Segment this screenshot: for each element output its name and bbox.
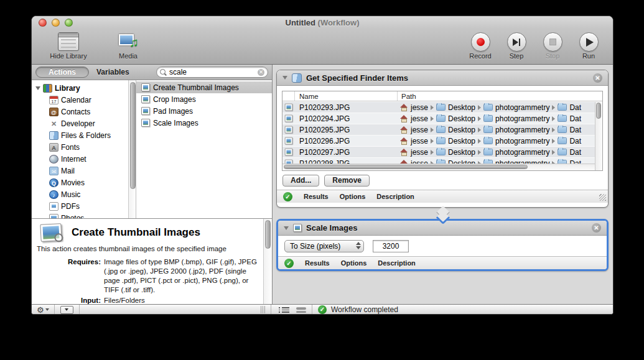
table-vscroll-thumb[interactable] xyxy=(596,103,601,119)
sidebar-category-item[interactable]: Music xyxy=(32,188,128,200)
sidebar-scrollbar[interactable] xyxy=(128,80,136,218)
run-button[interactable]: Run xyxy=(574,32,603,60)
action-list-item[interactable]: Create Thumbnail Images xyxy=(136,81,272,93)
sidebar-category-item[interactable]: Photos xyxy=(32,212,128,218)
finder-action-footer: Results Options Description xyxy=(277,190,608,203)
finder-action-header[interactable]: Get Specified Finder Items ✕ xyxy=(277,70,608,86)
table-row[interactable]: P1020294.JPG jesse Desktop xyxy=(282,113,595,124)
status-message: Workflow completed xyxy=(331,305,398,314)
path-segment-folder: Desktop xyxy=(448,126,475,134)
sidebar-category-item[interactable]: Fonts xyxy=(32,141,128,153)
file-path: jesse Desktop photogrammetry xyxy=(398,126,595,134)
category-label: Files & Folders xyxy=(61,131,111,140)
sidebar-category-item[interactable]: Mail xyxy=(32,165,128,177)
folder-icon xyxy=(436,126,446,133)
step-label: Step xyxy=(510,52,524,60)
sidebar-scrollbar-thumb[interactable] xyxy=(130,82,136,189)
dropdown-arrow-icon xyxy=(45,308,49,311)
home-icon xyxy=(400,137,408,145)
sidebar-category-item[interactable]: Files & Folders xyxy=(32,129,128,141)
zoom-window-button[interactable] xyxy=(65,19,73,27)
close-window-button[interactable] xyxy=(39,19,47,27)
resize-grip-icon[interactable] xyxy=(599,194,606,201)
description-title: Create Thumbnail Images xyxy=(72,226,200,239)
description-link[interactable]: Description xyxy=(378,259,416,267)
tab-actions[interactable]: Actions xyxy=(35,67,89,78)
step-button[interactable]: Step xyxy=(502,32,531,60)
sidebar-category-item[interactable]: PDFs xyxy=(32,200,128,212)
sidebar-category-item[interactable]: Internet xyxy=(32,153,128,165)
action-list-item[interactable]: Scale Images xyxy=(136,117,272,129)
panel-toggle-icon xyxy=(65,308,68,311)
table-row[interactable]: P1020296.JPG jesse Desktop xyxy=(282,136,595,147)
workflow-canvas: Get Specified Finder Items ✕ Name Path xyxy=(273,65,613,304)
statusbar-divider xyxy=(79,305,80,315)
log-compact-view-button[interactable] xyxy=(296,306,306,313)
record-button[interactable]: Record xyxy=(466,32,495,60)
image-action-icon xyxy=(141,95,150,103)
description-scrollbar[interactable] xyxy=(263,219,272,304)
home-icon xyxy=(400,126,408,134)
size-pixels-field[interactable]: 3200 xyxy=(373,240,409,252)
path-segment-home: jesse xyxy=(411,126,428,134)
path-segment-folder: Desktop xyxy=(448,137,475,145)
remove-action-icon[interactable]: ✕ xyxy=(593,73,602,83)
table-row[interactable]: P1020295.JPG jesse Desktop xyxy=(282,124,595,136)
sidebar-category-item[interactable]: Contacts xyxy=(32,106,128,118)
clear-search-icon[interactable]: ✕ xyxy=(258,69,264,76)
scale-mode-dropdown[interactable]: To Size (pixels) xyxy=(284,240,364,252)
description-scrollbar-thumb[interactable] xyxy=(265,220,271,249)
table-header: Name Path xyxy=(282,91,602,101)
sidebar-category-item[interactable]: Calendar xyxy=(32,94,128,106)
search-field[interactable]: scale ✕ xyxy=(156,67,268,78)
category-label: Calendar xyxy=(61,96,91,104)
sidebar-category-item[interactable]: Movies xyxy=(32,177,128,188)
results-link[interactable]: Results xyxy=(304,193,329,200)
pane-splitter-handle[interactable] xyxy=(261,306,265,313)
name-column-header[interactable]: Name xyxy=(295,91,398,101)
media-label: Media xyxy=(119,52,138,60)
scale-action-title: Scale Images xyxy=(306,223,357,233)
library-filter-bar: Actions Variables scale ✕ xyxy=(32,65,272,80)
remove-button[interactable]: Remove xyxy=(324,175,370,187)
title-bar[interactable]: Untitled (Workflow) xyxy=(32,16,613,30)
table-hscroll-thumb[interactable] xyxy=(284,165,528,169)
library-panel-icon xyxy=(58,32,79,51)
hide-library-button[interactable]: Hide Library xyxy=(44,32,93,60)
workflow-status: Workflow completed xyxy=(318,305,398,314)
options-link[interactable]: Options xyxy=(341,259,367,267)
file-name: P1020297.JPG xyxy=(295,148,398,157)
path-column-header[interactable]: Path xyxy=(398,91,602,101)
log-list-view-button[interactable] xyxy=(278,306,289,313)
category-icon xyxy=(49,131,58,140)
table-horizontal-scrollbar[interactable] xyxy=(282,164,595,170)
tab-variables[interactable]: Variables xyxy=(96,68,129,76)
path-segment-home: jesse xyxy=(411,103,428,112)
action-list-item[interactable]: Crop Images xyxy=(136,93,272,105)
disclosure-triangle-icon[interactable] xyxy=(35,86,40,90)
collapse-triangle-icon[interactable] xyxy=(282,76,287,80)
sidebar-category-item[interactable]: Developer xyxy=(32,118,128,129)
options-link[interactable]: Options xyxy=(340,193,366,200)
description-link[interactable]: Description xyxy=(376,193,414,200)
results-link[interactable]: Results xyxy=(305,259,330,267)
workflow-settings-button[interactable] xyxy=(32,304,54,315)
collapse-triangle-icon[interactable] xyxy=(284,226,289,230)
image-action-icon xyxy=(141,83,150,91)
path-separator-icon xyxy=(478,150,481,155)
remove-action-icon[interactable]: ✕ xyxy=(592,223,601,233)
toggle-log-panel-button[interactable] xyxy=(60,306,73,314)
table-row[interactable]: P1020297.JPG jesse Desktop xyxy=(282,147,595,158)
file-path: jesse Desktop photogrammetry xyxy=(398,137,595,145)
file-path: jesse Desktop photogrammetry xyxy=(398,148,595,157)
path-segment-folder: photogrammetry xyxy=(495,103,549,112)
category-icon xyxy=(49,108,58,116)
media-button[interactable]: ♫ Media xyxy=(104,32,152,60)
search-input[interactable]: scale xyxy=(169,68,255,76)
minimize-window-button[interactable] xyxy=(52,19,60,27)
table-row[interactable]: P1020293.JPG jesse Desktop xyxy=(282,102,595,113)
add-button[interactable]: Add... xyxy=(282,175,319,187)
sidebar-item-library[interactable]: Library xyxy=(32,82,128,94)
table-vertical-scrollbar[interactable] xyxy=(595,102,602,170)
action-list-item[interactable]: Pad Images xyxy=(136,105,272,117)
